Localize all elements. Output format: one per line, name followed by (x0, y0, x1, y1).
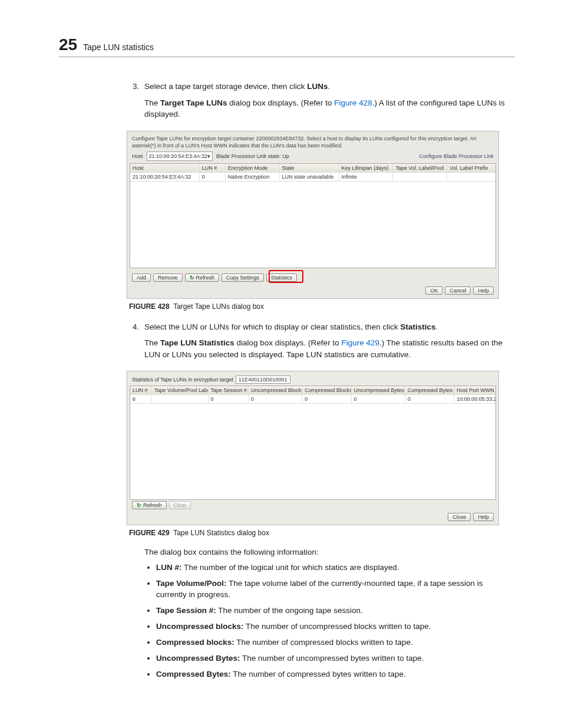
list-item: Tape Session #: The number of the ongoin… (156, 605, 515, 617)
host-row: Host 21:10:00:20:54:E3:4A:32 ▾ Blade Pro… (132, 151, 494, 161)
help-button[interactable]: Help (473, 513, 494, 521)
target-tape-luns-dialog: Configure Tape LUNs for encryption targe… (127, 131, 499, 299)
refresh-button[interactable]: Refresh (185, 274, 220, 282)
add-button[interactable]: Add (132, 274, 151, 282)
host-label: Host (132, 153, 143, 159)
help-button[interactable]: Help (473, 286, 494, 295)
figure-428: Configure Tape LUNs for encryption targe… (127, 131, 515, 311)
dialog-description: Configure Tape LUNs for encryption targe… (132, 135, 494, 149)
statistics-button[interactable]: Statistics (266, 274, 297, 282)
chapter-number: 25 (59, 35, 77, 54)
luns-table: Host LUN # Encryption Mode State Key Lif… (130, 163, 496, 268)
figure-429-caption: FIGURE 429 Tape LUN Statistics dialog bo… (129, 529, 515, 537)
tape-lun-statistics-dialog: Statistics of Tape LUNs in encryption ta… (127, 371, 499, 525)
step-4: 4. Select the LUN or LUNs for which to d… (133, 321, 515, 333)
figure-428-caption: FIGURE 428 Target Tape LUNs dialog box (129, 302, 515, 311)
list-item: Tape Volume/Pool: The tape volume label … (156, 578, 515, 601)
chevron-down-icon: ▾ (207, 153, 210, 159)
ok-button[interactable]: OK (425, 286, 442, 295)
figure-429: Statistics of Tape LUNs in encryption ta… (127, 371, 515, 537)
refresh-button[interactable]: Refresh (132, 501, 167, 509)
cancel-button[interactable]: Cancel (445, 286, 471, 295)
list-item: LUN #: The number of the logical unit fo… (156, 562, 515, 574)
list-item: Compressed Bytes: The number of compress… (156, 669, 515, 680)
table-row[interactable]: 21:10:00:20:54:E3:4A:32 0 Native Encrypt… (130, 173, 495, 182)
configure-bp-link[interactable]: Configure Blade Processor Link (419, 153, 494, 159)
table-header: Host LUN # Encryption Mode State Key Lif… (130, 164, 495, 173)
info-intro: The dialog box contains the following in… (144, 548, 515, 556)
close-button[interactable]: Close (448, 513, 471, 521)
target-id-field: 11E400110D010001 (236, 375, 290, 384)
dialog-action-row: Refresh Clear (132, 501, 191, 509)
host-dropdown[interactable]: 21:10:00:20:54:E3:4A:32 ▾ (147, 151, 213, 161)
remove-button[interactable]: Remove (153, 274, 183, 282)
refresh-icon (190, 275, 194, 281)
refresh-icon (137, 502, 141, 508)
step-3: 3. Select a tape target storage device, … (133, 81, 515, 93)
figure-428-link[interactable]: Figure 428 (334, 98, 372, 107)
chapter-title: Tape LUN statistics (83, 42, 154, 52)
bp-link-state: Blade Processor Link state: Up (216, 153, 289, 159)
step-3-paragraph: The Target Tape LUNs dialog box displays… (144, 97, 515, 120)
list-item: Uncompressed Bytes: The number of uncomp… (156, 653, 515, 664)
list-item: Uncompressed blocks: The number of uncom… (156, 621, 515, 633)
dialog-footer-row: OK Cancel Help (425, 286, 494, 295)
copy-settings-button[interactable]: Copy Settings (222, 274, 264, 282)
page-header: 25 Tape LUN statistics (59, 35, 515, 57)
dialog-action-row: Add Remove Refresh Copy Settings Statist… (132, 274, 297, 282)
dialog-footer-row: Close Help (448, 513, 494, 521)
clear-button[interactable]: Clear (169, 501, 191, 509)
table-header: LUN # Tape Volume/Pool Label Tape Sessio… (130, 386, 495, 395)
field-descriptions: LUN #: The number of the logical unit fo… (156, 562, 515, 680)
table-row[interactable]: 6 0 0 0 0 0 10:00:00:05:33:2... (130, 395, 495, 404)
stats-header: Statistics of Tape LUNs in encryption ta… (132, 375, 290, 384)
stats-table: LUN # Tape Volume/Pool Label Tape Sessio… (130, 386, 496, 500)
list-item: Compressed blocks: The number of compres… (156, 637, 515, 648)
figure-429-link[interactable]: Figure 429 (341, 338, 379, 347)
step-4-paragraph: The Tape LUN Statistics dialog box displ… (144, 337, 515, 360)
